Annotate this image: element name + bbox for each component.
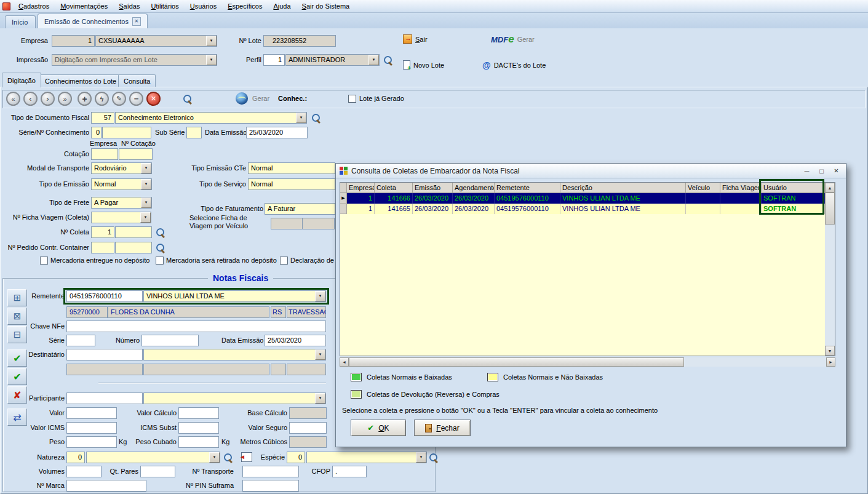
num-conhecimento-field[interactable]: [102, 127, 151, 138]
natureza-code-field[interactable]: 0: [66, 452, 85, 463]
ficha-veiculo-field-2[interactable]: [302, 218, 335, 229]
tab-inicio[interactable]: Início: [5, 15, 36, 28]
chevron-down-icon[interactable]: [315, 349, 325, 360]
volumes-field[interactable]: [66, 466, 102, 477]
search-icon[interactable]: [383, 55, 393, 65]
table-row[interactable]: 1 141665 26/03/2020 26/03/2020 045195760…: [340, 204, 835, 214]
remetente-cnpj-field[interactable]: 04519576000110: [66, 290, 143, 302]
tipo-frete-combo[interactable]: A Pagar: [91, 197, 152, 209]
cfop-field[interactable]: .: [332, 466, 367, 477]
ficha-veiculo-field-1[interactable]: [271, 218, 303, 229]
menu-utilitarios[interactable]: Utilitários: [145, 1, 184, 12]
tipo-documento-code-field[interactable]: 57: [91, 112, 114, 124]
fechar-button[interactable]: Fechar: [414, 420, 471, 436]
scrollbar-thumb[interactable]: [825, 193, 835, 225]
nfe-serie-field[interactable]: [66, 335, 95, 346]
modal-transporte-combo[interactable]: Rodoviário: [91, 162, 152, 174]
gerar-toolbar-label[interactable]: Gerar: [252, 93, 269, 105]
tipo-emissao-cte-field[interactable]: Normal: [248, 162, 335, 174]
scroll-down-icon[interactable]: ▼: [825, 346, 835, 356]
chevron-down-icon[interactable]: [315, 291, 325, 301]
search-icon[interactable]: [428, 452, 439, 463]
valor-seguro-field[interactable]: [289, 422, 327, 434]
tab-conhecimentos-do-lote[interactable]: Conhecimentos do Lote: [39, 74, 122, 87]
peso-field[interactable]: [66, 436, 117, 448]
pedido-container-field-1[interactable]: [91, 242, 114, 253]
menu-movimentacoes[interactable]: Movimentações: [55, 1, 113, 12]
close-icon[interactable]: [830, 165, 843, 176]
num-coleta-aux-field[interactable]: [115, 226, 152, 238]
declaracao-checkbox[interactable]: [280, 257, 288, 265]
col-header-agendamento[interactable]: Agendamento: [453, 183, 495, 193]
mdfe-gerar-button[interactable]: MDFe Gerar: [491, 33, 535, 46]
chevron-down-icon[interactable]: [141, 197, 151, 208]
especie-code-field[interactable]: 0: [287, 452, 305, 463]
horizontal-scrollbar[interactable]: ◄ ►: [340, 357, 835, 367]
destinatario-cnpj-field[interactable]: [66, 349, 143, 361]
search-icon[interactable]: [223, 452, 233, 463]
menu-usuarios[interactable]: Usuários: [185, 1, 222, 12]
menu-especificos[interactable]: Específicos: [222, 1, 268, 12]
ok-button[interactable]: OK: [351, 420, 406, 436]
chevron-down-icon[interactable]: [141, 179, 151, 189]
menu-ajuda[interactable]: Ajuda: [268, 1, 296, 12]
previous-record-icon[interactable]: [23, 92, 38, 106]
next-record-icon[interactable]: [41, 92, 55, 106]
add-record-icon[interactable]: [78, 92, 92, 106]
search-icon[interactable]: [155, 242, 165, 253]
edit-record-icon[interactable]: [112, 92, 126, 106]
chevron-down-icon[interactable]: [141, 163, 151, 173]
col-header-ficha-viagem[interactable]: Ficha Viagem: [720, 183, 762, 193]
nfe-data-emissao-field[interactable]: 25/03/2020: [265, 335, 326, 346]
chevron-down-icon[interactable]: [209, 452, 220, 463]
especie-combo[interactable]: [306, 452, 427, 463]
maximize-icon[interactable]: [815, 165, 828, 176]
chevron-down-icon[interactable]: [206, 36, 217, 46]
vertical-scrollbar[interactable]: ▲ ▼: [825, 183, 835, 356]
nfe-confirm-all-icon[interactable]: [7, 368, 27, 385]
chevron-down-icon[interactable]: [315, 393, 325, 404]
serie-field[interactable]: 0: [91, 127, 102, 138]
cancel-record-icon[interactable]: [146, 92, 161, 106]
col-header-coleta[interactable]: Coleta: [375, 183, 413, 193]
scroll-right-icon[interactable]: ►: [826, 357, 835, 367]
valor-icms-field[interactable]: [66, 422, 117, 434]
menu-saidas[interactable]: Saídas: [113, 1, 145, 12]
mercadoria-entregue-checkbox[interactable]: [40, 257, 48, 265]
perfil-combo[interactable]: ADMINISTRADOR: [285, 54, 380, 66]
col-header-usuario[interactable]: Usuário: [762, 183, 825, 193]
search-icon[interactable]: [155, 227, 165, 237]
last-record-icon[interactable]: [58, 92, 72, 106]
tab-emissao-conhecimentos[interactable]: Emissão de Conhecimentos: [38, 14, 148, 28]
empresa-code-field[interactable]: 1: [52, 35, 95, 47]
tab-close-icon[interactable]: [132, 17, 141, 26]
search-icon[interactable]: [182, 94, 193, 104]
sair-button[interactable]: Sair: [403, 34, 428, 44]
impressao-combo[interactable]: Digitação com Impressão em Lote: [52, 54, 217, 66]
dacte-lote-button[interactable]: @ DACTE's do Lote: [482, 60, 546, 70]
num-coleta-field[interactable]: 1: [91, 226, 114, 238]
minimize-icon[interactable]: [800, 165, 813, 176]
peso-cubado-field[interactable]: [178, 436, 219, 448]
pedido-container-field-2[interactable]: [115, 242, 152, 253]
data-emissao-field[interactable]: 25/03/2020: [246, 127, 308, 138]
chevron-down-icon[interactable]: [140, 212, 151, 223]
gerar-globe-icon[interactable]: [236, 92, 248, 105]
pin-suframa-field[interactable]: [242, 480, 299, 492]
chevron-down-icon[interactable]: [416, 452, 426, 463]
search-icon[interactable]: [311, 113, 321, 123]
qt-pares-field[interactable]: [140, 466, 175, 477]
tipo-emissao-combo[interactable]: Normal: [91, 178, 152, 190]
tipo-faturamento-field[interactable]: A Faturar: [265, 203, 335, 215]
remetente-nome-combo[interactable]: VINHOS ULIAN LTDA ME: [143, 290, 326, 302]
col-header-descricao[interactable]: Descrição: [560, 183, 686, 193]
chevron-down-icon[interactable]: [368, 55, 379, 65]
sub-serie-field[interactable]: [186, 127, 202, 138]
scrollbar-thumb[interactable]: [349, 357, 684, 367]
mercadoria-retirada-checkbox[interactable]: [156, 257, 164, 265]
novo-lote-button[interactable]: Novo Lote: [403, 60, 444, 70]
nfe-numero-field[interactable]: [141, 335, 199, 346]
natureza-combo[interactable]: [86, 452, 220, 463]
participante-cnpj-field[interactable]: [66, 392, 143, 404]
cotacao-numero-field[interactable]: [119, 148, 153, 160]
